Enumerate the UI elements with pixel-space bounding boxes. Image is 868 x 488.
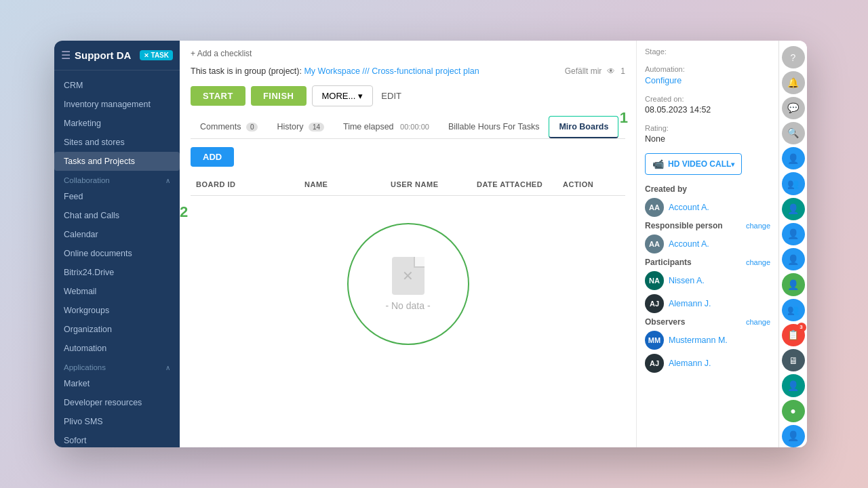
finish-button[interactable]: FINISH: [251, 86, 307, 106]
sidebar-item-market[interactable]: Market: [54, 374, 180, 393]
table-header: BOARD ID NAME USER NAME DATE ATTACHED AC…: [191, 174, 625, 196]
observer-mustermann: MM Mustermann M.: [645, 331, 770, 350]
no-data-text: - No data -: [385, 300, 430, 311]
tab-time-elapsed[interactable]: Time elapsed 00:00:00: [334, 117, 439, 138]
main-content: + Add a checklist This task is in group …: [180, 41, 636, 447]
action-buttons: START FINISH MORE... ▾ EDIT: [191, 85, 625, 106]
more-button[interactable]: MORE... ▾: [312, 85, 374, 106]
video-call-button[interactable]: 📹 HD VIDEO CALL ▾: [645, 153, 742, 175]
created-by-link[interactable]: Account A.: [669, 203, 709, 212]
chat-bubble-icon[interactable]: 💬: [782, 97, 805, 119]
created-by-section: Created by: [645, 184, 770, 194]
empty-circle: ✕ - No data -: [347, 223, 469, 345]
col-action: ACTION: [557, 178, 625, 191]
sidebar-item-chat[interactable]: Chat and Calls: [54, 206, 180, 225]
stage-field: Stage:: [645, 47, 770, 56]
sidebar-title: Support DA: [75, 49, 136, 61]
screen-dark-icon[interactable]: 🖥: [782, 349, 805, 371]
start-button[interactable]: START: [191, 86, 245, 106]
sidebar-item-calendar[interactable]: Calendar: [54, 225, 180, 244]
edit-button[interactable]: EDIT: [378, 86, 404, 106]
hamburger-icon[interactable]: ☰: [61, 49, 71, 62]
observer-alemann-avatar: AJ: [645, 354, 664, 373]
right-panel: Stage: Automation: Configure Created on:…: [636, 41, 778, 447]
sidebar-item-dev[interactable]: Developer resources: [54, 393, 180, 412]
tab-billable-hours[interactable]: Billable Hours For Tasks: [439, 117, 549, 138]
tab-comments[interactable]: Comments 0: [191, 117, 267, 138]
user-blue3-icon[interactable]: 👤: [782, 248, 805, 270]
created-by-avatar: AA: [645, 198, 664, 217]
col-date-attached: DATE ATTACHED: [471, 178, 557, 191]
group-blue-icon[interactable]: 👥: [782, 172, 805, 195]
sidebar-item-tasks[interactable]: Tasks and Projects: [54, 152, 180, 171]
sidebar-item-workgroups[interactable]: Workgroups: [54, 301, 180, 320]
sidebar-item-org[interactable]: Organization: [54, 320, 180, 339]
tab-miro-boards[interactable]: Miro Boards: [549, 116, 618, 138]
participants-section: Participants change: [645, 258, 770, 267]
add-checklist[interactable]: + Add a checklist: [191, 49, 625, 58]
sidebar-item-sofort[interactable]: Sofort: [54, 431, 180, 447]
user-teal-icon[interactable]: 👤: [782, 198, 805, 220]
help-icon[interactable]: ?: [782, 46, 805, 68]
automation-field: Automation: Configure: [645, 65, 770, 85]
sidebar-item-feed[interactable]: Feed: [54, 187, 180, 206]
sidebar-item-inventory[interactable]: Inventory management: [54, 95, 180, 114]
circle-green-icon[interactable]: ●: [782, 400, 805, 422]
observer-mustermann-avatar: MM: [645, 331, 664, 350]
observers-section: Observers change: [645, 317, 770, 327]
automation-configure-link[interactable]: Configure: [645, 76, 682, 85]
empty-file-icon: ✕: [392, 257, 425, 295]
search-rail-icon[interactable]: 🔍: [782, 122, 805, 144]
tab-history[interactable]: History 14: [267, 117, 334, 138]
participant-nissen-avatar: NA: [645, 271, 664, 290]
add-board-button[interactable]: ADD: [191, 147, 234, 167]
created-on-field: Created on: 08.05.2023 14:52: [645, 95, 770, 115]
icon-rail: ? 🔔 💬 🔍 👤 👥 👤 👤 👤 👤 👥 📋 3 🖥 👤 ● 👤: [778, 41, 807, 447]
participant-nissen: NA Nissen A.: [645, 271, 770, 290]
task-group-info: This task is in group (project): My Work…: [191, 66, 479, 76]
sidebar-section-apps: Applications ∧: [54, 358, 180, 374]
col-board-id: BOARD ID: [191, 178, 299, 191]
observers-change-link[interactable]: change: [746, 318, 770, 326]
participant-alemann: AJ Alemann J.: [645, 294, 770, 313]
sidebar-section-collaboration: Collaboration ∧: [54, 171, 180, 187]
chevron-down-icon: ▾: [358, 91, 363, 101]
sidebar-item-plivo[interactable]: Plivo SMS: [54, 412, 180, 431]
responsible-link[interactable]: Account A.: [669, 239, 709, 249]
created-by-person: AA Account A.: [645, 198, 770, 217]
sidebar: ☰ Support DA ✕ TASK CRM Inventory manage…: [54, 41, 180, 447]
observer-mustermann-link[interactable]: Mustermann M.: [669, 336, 728, 345]
user-teal2-icon[interactable]: 👤: [782, 374, 805, 396]
participant-alemann-link[interactable]: Alemann J.: [669, 299, 711, 308]
dropdown-arrow-icon[interactable]: ▾: [731, 161, 734, 168]
user-blue2-icon[interactable]: 👤: [782, 223, 805, 245]
col-username: USER NAME: [385, 178, 471, 191]
user-green-icon[interactable]: 👤: [782, 273, 805, 296]
sidebar-item-drive[interactable]: Bitrix24.Drive: [54, 263, 180, 282]
participants-change-link[interactable]: change: [746, 258, 770, 266]
sidebar-item-webmail[interactable]: Webmail: [54, 282, 180, 301]
bell-icon[interactable]: 🔔: [782, 71, 805, 94]
table-toolbar: ADD: [191, 147, 625, 167]
observer-alemann-link[interactable]: Alemann J.: [669, 359, 711, 368]
tabs-bar: Comments 0 History 14 Time elapsed 00:00…: [191, 116, 625, 139]
responsible-avatar: AA: [645, 235, 664, 253]
sidebar-nav: CRM Inventory management Marketing Sites…: [54, 70, 180, 447]
observer-alemann: AJ Alemann J.: [645, 354, 770, 373]
clipboard-red-icon[interactable]: 📋 3: [782, 324, 805, 346]
close-task-icon[interactable]: ✕: [144, 52, 149, 59]
user-blue4-icon[interactable]: 👤: [782, 425, 805, 447]
sidebar-item-docs[interactable]: Online documents: [54, 244, 180, 263]
task-group-link[interactable]: My Workspace /// Cross-functional projec…: [304, 66, 479, 76]
camera-icon: 📹: [652, 159, 664, 169]
user-blue-icon[interactable]: 👤: [782, 147, 805, 169]
sidebar-item-crm[interactable]: CRM: [54, 76, 180, 95]
sidebar-item-sites[interactable]: Sites and stores: [54, 133, 180, 152]
sidebar-item-marketing[interactable]: Marketing: [54, 114, 180, 133]
responsible-change-link[interactable]: change: [746, 222, 770, 230]
sidebar-item-automation[interactable]: Automation: [54, 339, 180, 358]
participant-nissen-link[interactable]: Nissen A.: [669, 276, 705, 285]
group-blue2-icon[interactable]: 👥: [782, 299, 805, 321]
task-badge[interactable]: ✕ TASK: [140, 50, 173, 60]
sidebar-header: ☰ Support DA ✕ TASK: [54, 41, 180, 70]
